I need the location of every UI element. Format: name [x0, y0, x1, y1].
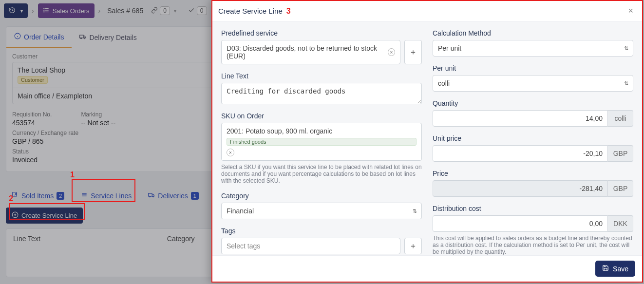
tab-label: Sold Items — [21, 192, 54, 200]
modal-footer: Save — [212, 255, 642, 282]
curr-label: Currency / Exchange rate — [12, 130, 78, 136]
truck-icon — [79, 33, 86, 41]
svg-point-4 — [43, 10, 44, 10]
badge-count: 2 — [57, 192, 64, 200]
per-unit-select[interactable]: colli — [433, 75, 633, 92]
lines-icon — [81, 191, 88, 200]
tab-delivery-details[interactable]: Delivery Details — [72, 27, 144, 48]
plus-circle-icon — [12, 211, 19, 220]
modal-title: Create Service Line — [218, 7, 283, 15]
save-button[interactable]: Save — [595, 261, 635, 277]
marking-label: Marking — [81, 111, 115, 118]
tab-label: Deliveries — [158, 192, 188, 200]
tab-service-lines[interactable]: Service Lines — [75, 188, 137, 204]
add-button[interactable]: ＋ — [404, 238, 422, 254]
sku-value: 2001: Potato soup, 900 ml. organic — [227, 127, 417, 135]
line-text-label: Line Text — [221, 72, 422, 80]
price-input — [433, 180, 608, 197]
form-right: Calculation Method Per unit Per unit col… — [433, 29, 633, 255]
line-text-input[interactable] — [221, 83, 422, 104]
marking-value: -- Not set -- — [81, 119, 115, 127]
truck-icon — [148, 191, 155, 200]
sales-orders-button[interactable]: Sales Orders — [38, 3, 95, 18]
category-value: Financial — [227, 207, 254, 215]
unit-price-input[interactable] — [433, 145, 608, 162]
curr-value: GBP / 865 — [12, 137, 78, 145]
create-service-line-button[interactable]: Create Service Line — [6, 208, 83, 224]
save-icon — [602, 265, 609, 273]
status-label: Status — [12, 148, 38, 155]
category-label: Category — [221, 192, 422, 200]
unit-price-curr: GBP — [608, 145, 633, 162]
sales-orders-label: Sales Orders — [53, 7, 90, 15]
add-button[interactable]: ＋ — [404, 40, 422, 64]
status-value: Invoiced — [12, 156, 38, 164]
unit-price-label: Unit price — [433, 134, 633, 142]
dist-cost-label: Distribution cost — [433, 205, 633, 212]
req-value: 453574 — [12, 119, 52, 127]
predefined-label: Predefined service — [221, 29, 422, 37]
sku-label: SKU on Order — [221, 112, 422, 120]
sku-tag: Finished goods — [227, 138, 417, 146]
modal-body: Predefined service D03: Discarded goods,… — [212, 21, 642, 255]
tab-label: Delivery Details — [89, 34, 136, 41]
close-icon[interactable]: × — [625, 5, 636, 17]
history-icon — [9, 7, 16, 15]
req-label: Requisition No. — [12, 111, 52, 118]
calc-value: Per unit — [438, 44, 461, 52]
tab-label: Service Lines — [91, 192, 132, 200]
create-service-line-modal: Create Service Line 3 × Predefined servi… — [211, 0, 643, 283]
col-line-text: Line Text — [13, 235, 40, 271]
caret-down-icon: ▾ — [20, 8, 23, 14]
qty-label: Quantity — [433, 99, 633, 107]
tags-placeholder: Select tags — [227, 242, 260, 250]
svg-point-5 — [43, 11, 44, 12]
list-icon — [43, 7, 50, 15]
tags-label: Tags — [221, 227, 422, 235]
clear-icon[interactable]: × — [227, 149, 234, 156]
tab-sold-items[interactable]: Sold Items 2 — [6, 188, 70, 204]
breadcrumb-order[interactable]: Sales # 685 — [104, 5, 146, 17]
caret-down-icon[interactable]: ▾ — [174, 8, 176, 14]
price-curr: GBP — [608, 180, 633, 197]
calc-method-label: Calculation Method — [433, 29, 633, 37]
predefined-value: D03: Discarded goods, not to be returned… — [227, 44, 385, 60]
ok-badge[interactable]: 0 — [197, 6, 207, 15]
check-icon — [188, 7, 195, 15]
predefined-service-select[interactable]: D03: Discarded goods, not to be returned… — [221, 40, 400, 64]
dist-cost-input[interactable] — [433, 215, 608, 232]
breadcrumb-sep: › — [31, 7, 35, 15]
calc-method-select[interactable]: Per unit — [433, 40, 633, 57]
tab-deliveries[interactable]: Deliveries 1 — [142, 188, 205, 204]
customer-tag: Customer — [18, 76, 48, 84]
link-badge[interactable]: 0 — [160, 6, 170, 15]
create-button-label: Create Service Line — [21, 212, 77, 219]
form-left: Predefined service D03: Discarded goods,… — [221, 29, 422, 255]
qty-unit: colli — [608, 110, 633, 127]
info-icon — [14, 33, 21, 41]
tags-input[interactable]: Select tags — [221, 238, 400, 254]
sku-select[interactable]: 2001: Potato soup, 900 ml. organic Finis… — [221, 123, 422, 161]
tab-order-details[interactable]: Order Details — [6, 27, 72, 48]
quantity-input[interactable] — [433, 110, 608, 127]
breadcrumb-sep: › — [97, 7, 102, 15]
per-unit-label: Per unit — [433, 64, 633, 72]
per-unit-value: colli — [438, 79, 450, 87]
dist-cost-hint: This cost will be applied to sales order… — [433, 235, 633, 255]
price-label: Price — [433, 170, 633, 177]
category-select[interactable]: Financial — [221, 203, 422, 219]
dist-cost-curr: DKK — [608, 215, 633, 232]
svg-point-3 — [43, 8, 44, 8]
history-button[interactable]: ▾ — [4, 3, 28, 18]
sku-hint: Select a SKU if you want this service li… — [221, 164, 422, 184]
badge-count: 1 — [191, 192, 199, 200]
link-icon — [151, 7, 158, 15]
save-label: Save — [613, 265, 628, 273]
col-category: Category — [167, 235, 195, 271]
clear-icon[interactable]: × — [388, 48, 395, 56]
modal-header: Create Service Line 3 × — [212, 1, 642, 21]
annotation-number-3: 3 — [286, 7, 291, 16]
export-icon — [12, 191, 19, 200]
tab-label: Order Details — [24, 33, 64, 41]
